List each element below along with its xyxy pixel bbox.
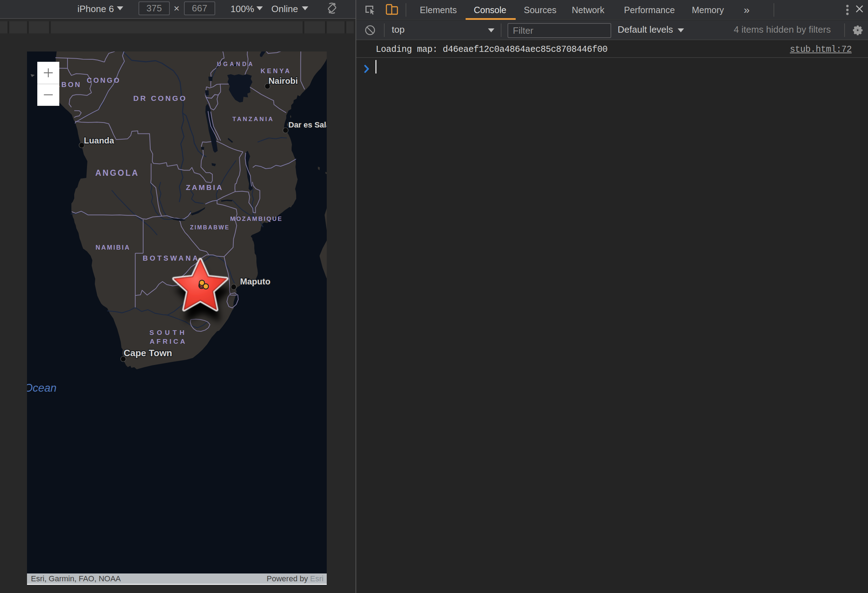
svg-text:UGANDA: UGANDA [217,61,255,67]
svg-text:ZIMBABWE: ZIMBABWE [190,224,230,230]
svg-text:Luanda: Luanda [84,136,114,145]
svg-text:SOUTH: SOUTH [149,329,187,336]
svg-text:Powered by Esri: Powered by Esri [267,574,323,583]
svg-text:BOTSWANA: BOTSWANA [143,254,200,262]
svg-text:Ocean: Ocean [27,382,56,394]
svg-text:Cape Town: Cape Town [124,348,172,358]
svg-text:MOZAMBIQUE: MOZAMBIQUE [230,215,283,222]
svg-text:Nairobi: Nairobi [269,76,298,86]
svg-text:ANGOLA: ANGOLA [95,168,139,177]
svg-text:CONGO: CONGO [87,76,121,84]
svg-text:ZAMBIA: ZAMBIA [186,183,223,192]
svg-text:Dar es Salaam: Dar es Salaam [288,120,327,129]
svg-text:NAMIBIA: NAMIBIA [96,244,130,251]
svg-text:KENYA: KENYA [261,68,291,75]
svg-text:Esri, Garmin, FAO, NOAA: Esri, Garmin, FAO, NOAA [31,574,121,583]
svg-text:TANZANIA: TANZANIA [232,116,274,122]
svg-text:Maputo: Maputo [240,277,270,286]
svg-text:DR CONGO: DR CONGO [133,94,187,102]
svg-text:AFRICA: AFRICA [150,338,187,345]
